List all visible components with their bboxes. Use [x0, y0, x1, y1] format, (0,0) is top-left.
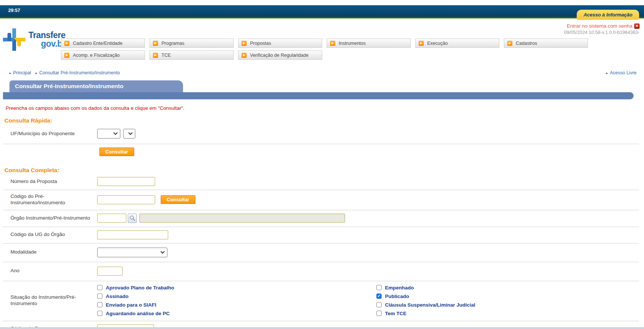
modalidade-select[interactable] — [97, 248, 167, 257]
checkbox-label: Aguardando análise de PC — [106, 311, 170, 316]
ano-input[interactable] — [97, 267, 123, 276]
breadcrumb-label: Principal — [13, 70, 31, 75]
checkbox-aprovado-plano-trabalho[interactable]: Aprovado Plano de Trabalho — [97, 285, 376, 291]
bottom-section-edge — [0, 327, 644, 329]
main-menu: ▶ Cadastro Ente/Entidade ▶ Programas ▶ P… — [61, 38, 588, 62]
uf-municipio-row: UF/Município do Proponente — [3, 124, 639, 144]
checkbox-icon[interactable] — [97, 285, 102, 290]
checkbox-publicado[interactable]: Publicado — [376, 294, 475, 299]
full-search-heading: Consulta Completa: — [4, 167, 644, 174]
checkbox-icon[interactable] — [376, 294, 382, 299]
quick-search-heading: Consulta Rápida: — [4, 117, 644, 124]
menu-arrow-icon: ▶ — [153, 41, 158, 46]
orgao-instrumento-row: Órgão Instrumento/Pré-Instrumento — [3, 210, 639, 227]
close-icon[interactable]: ✕ — [634, 24, 640, 29]
municipio-select[interactable] — [123, 129, 135, 139]
breadcrumb-label: Consultar Pré-Instrumento/Instrumento — [39, 70, 120, 75]
situacao-column-1: Aprovado Plano de Trabalho Assinado Envi… — [97, 285, 376, 316]
situacao-row: Situação do Instrumento/Pré-Instrumento … — [3, 281, 639, 321]
menu-item-cadastro-ente-entidade[interactable]: ▶ Cadastro Ente/Entidade — [61, 38, 145, 48]
checkbox-aguardando-analise-pc[interactable]: Aguardando análise de PC — [97, 311, 376, 316]
top-navy-bar: 29:57 Acesso à Informação — [0, 5, 644, 17]
menu-arrow-icon: ▶ — [64, 41, 70, 46]
session-timer: 29:57 — [8, 8, 20, 13]
menu-item-label: Programas — [161, 41, 184, 46]
numero-proposta-input[interactable] — [97, 177, 155, 186]
checkbox-assinado[interactable]: Assinado — [97, 294, 376, 299]
menu-item-label: Propostas — [250, 41, 271, 46]
situacao-options: Aprovado Plano de Trabalho Assinado Envi… — [97, 285, 475, 316]
orgao-codigo-input[interactable] — [97, 214, 126, 223]
breadcrumb-principal[interactable]: ▸ Principal — [9, 70, 31, 75]
orgao-search-button[interactable] — [128, 214, 137, 223]
orgao-nome-display — [139, 214, 345, 223]
acesso-informacao-button[interactable]: Acesso à Informação — [577, 10, 639, 20]
modalidade-row: Modalidade — [3, 243, 639, 262]
menu-arrow-icon: ▶ — [153, 53, 158, 58]
transferegov-logo-icon — [2, 27, 26, 52]
menu-item-instrumentos[interactable]: ▶ Instrumentos — [327, 38, 411, 48]
acesso-informacao-label: Acesso à Informação — [583, 12, 632, 18]
menu-arrow-icon: ▶ — [507, 41, 512, 46]
login-link[interactable]: Entrar no sistema com senha ✕ — [567, 23, 640, 29]
breadcrumb-arrow-icon: ▸ — [606, 71, 608, 75]
codigo-pre-instrumento-row: Código do Pré-Instrumento/Instrumento Co… — [3, 190, 639, 210]
checkbox-clausula-suspensiva[interactable]: Cláusula Suspensiva/Liminar Judicial — [376, 302, 475, 308]
situacao-label: Situação do Instrumento/Pré-Instrumento — [10, 294, 97, 307]
menu-item-acomp-fiscalizacao[interactable]: ▶ Acomp. e Fiscalização — [61, 50, 145, 60]
logo-line2: gov.br — [28, 40, 65, 48]
chevron-down-icon — [160, 251, 165, 254]
full-search-form: Número da Proposta Código do Pré-Instrum… — [3, 174, 639, 329]
menu-item-label: Cadastros — [516, 41, 537, 46]
menu-row-2: ▶ Acomp. e Fiscalização ▶ TCE ▶ Verifica… — [61, 50, 588, 60]
logo-line1: Transfere — [28, 31, 65, 40]
checkbox-icon[interactable] — [97, 311, 102, 316]
menu-item-verificacao-regularidade[interactable]: ▶ Verificação de Regularidade — [238, 50, 322, 60]
checkbox-icon[interactable] — [376, 285, 382, 290]
checkbox-icon[interactable] — [376, 311, 382, 316]
breadcrumb-items: ▸ Principal ▸ Consultar Pré-Instrumento/… — [9, 70, 120, 75]
checkbox-icon[interactable] — [97, 302, 102, 307]
menu-item-cadastros[interactable]: ▶ Cadastros — [504, 38, 588, 48]
menu-item-label: Cadastro Ente/Entidade — [73, 41, 123, 46]
app-window: 29:57 Acesso à Informação Transfere gov.… — [0, 0, 644, 329]
numero-proposta-label: Número da Proposta — [10, 179, 97, 185]
breadcrumb: ▸ Principal ▸ Consultar Pré-Instrumento/… — [0, 68, 644, 77]
checkbox-icon[interactable] — [376, 302, 382, 307]
logo-wordmark: Transfere gov.br — [28, 31, 65, 48]
checkbox-label: Empenhado — [385, 285, 414, 291]
checkbox-label: Tem TCE — [385, 311, 407, 316]
menu-item-execucao[interactable]: ▶ Execução — [415, 38, 499, 48]
menu-item-label: Execução — [427, 41, 448, 46]
quick-consult-row: Consultar — [3, 144, 639, 161]
acesso-livre-link[interactable]: ▸ Acesso Livre — [606, 70, 637, 75]
menu-arrow-icon: ▶ — [419, 41, 424, 46]
login-link-label: Entrar no sistema com senha — [567, 23, 632, 29]
menu-item-propostas[interactable]: ▶ Propostas — [238, 38, 322, 48]
modalidade-label: Modalidade — [10, 249, 97, 255]
breadcrumb-arrow-icon: ▸ — [9, 71, 11, 75]
menu-item-label: TCE — [161, 53, 171, 58]
checkbox-enviado-siafi[interactable]: Enviado para o SIAFI — [97, 302, 376, 308]
uf-select[interactable] — [97, 129, 120, 139]
page-title: Consultar Pré-Instrumento/Instrumento — [9, 80, 183, 92]
checkbox-tem-tce[interactable]: Tem TCE — [376, 311, 475, 316]
breadcrumb-consultar-pre-instrumento[interactable]: ▸ Consultar Pré-Instrumento/Instrumento — [36, 70, 120, 75]
menu-arrow-icon: ▶ — [241, 41, 247, 46]
menu-item-programas[interactable]: ▶ Programas — [150, 38, 234, 48]
ano-label: Ano — [10, 268, 97, 274]
menu-row-1: ▶ Cadastro Ente/Entidade ▶ Programas ▶ P… — [61, 38, 588, 48]
checkbox-icon[interactable] — [97, 294, 102, 299]
orgao-instrumento-label: Órgão Instrumento/Pré-Instrumento — [10, 215, 97, 221]
codigo-ug-input[interactable] — [97, 230, 168, 239]
checkbox-empenhado[interactable]: Empenhado — [376, 285, 475, 291]
situacao-column-2: Empenhado Publicado Cláusula Suspensiva/… — [376, 285, 475, 316]
search-icon — [129, 215, 135, 221]
codigo-pre-instrumento-input[interactable] — [97, 195, 155, 204]
codigo-consultar-button[interactable]: Consultar — [161, 195, 195, 204]
quick-consultar-button[interactable]: Consultar — [99, 148, 134, 156]
menu-arrow-icon: ▶ — [330, 41, 335, 46]
menu-item-tce[interactable]: ▶ TCE — [150, 50, 234, 60]
menu-item-label: Verificação de Regularidade — [250, 53, 308, 58]
form-instruction: Preencha os campos abaixo com os dados d… — [6, 105, 644, 111]
